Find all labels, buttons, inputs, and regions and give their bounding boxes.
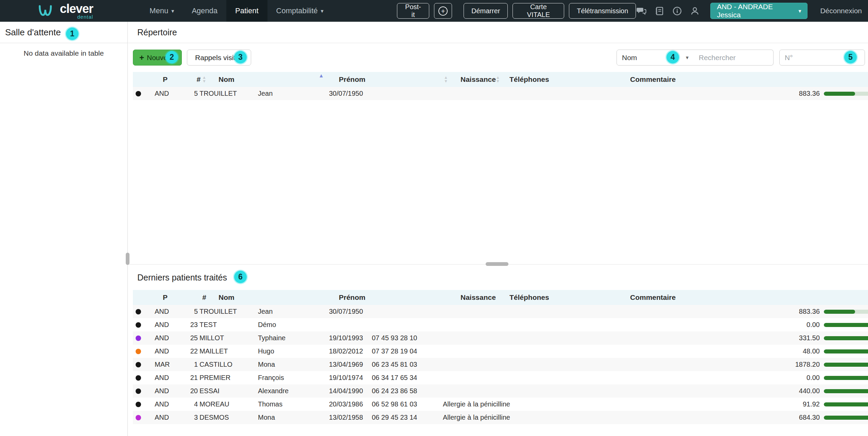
column-header-number[interactable]: # ▲▼ <box>182 72 209 87</box>
amount-cell: 883.36 <box>679 90 820 97</box>
annotation-badge-5: 5 <box>844 51 857 63</box>
column-header-p[interactable]: P <box>133 290 182 305</box>
table-row[interactable]: AND5TROUILLETJean30/07/1950883.36 <box>133 87 868 100</box>
column-header-prenom[interactable]: Prénom ▲▼ <box>327 72 452 87</box>
annotation-badge-1: 1 <box>66 28 79 40</box>
app-root: clever dental Menu ▾ Agenda Patient Comp… <box>0 0 868 436</box>
column-header-p[interactable]: P <box>133 72 182 87</box>
logout-button[interactable]: Déconnexion <box>820 7 862 15</box>
birthdate-cell: 18/02/2012 <box>327 347 370 355</box>
waiting-room-sidebar: Salle d'attente No data available in tab… <box>0 22 128 436</box>
patient-number-cell: 21 <box>182 374 198 382</box>
column-label: Commentaire <box>630 293 676 302</box>
lastname-cell: DESMOS <box>198 414 256 421</box>
patient-color-dot <box>136 322 141 328</box>
main-panel: Répertoire + Nouveau Rappels visites Nom… <box>128 22 868 436</box>
filter-select[interactable]: Nom ▾ <box>617 50 694 66</box>
table-row[interactable]: AND21PREMIERFrançois19/10/197406 34 17 6… <box>133 371 868 384</box>
derniers-table-body: AND5TROUILLETJean30/07/1950883.36AND23TE… <box>133 305 868 424</box>
balance-bar-cell <box>824 416 868 420</box>
menu-item-menu[interactable]: Menu ▾ <box>141 0 183 22</box>
patient-color-dot <box>136 349 141 354</box>
column-header-prenom[interactable]: Prénom <box>327 290 452 305</box>
postit-button[interactable]: Post-it <box>397 3 429 19</box>
amount-cell: 0.00 <box>679 321 820 329</box>
balance-bar-fill <box>824 416 868 420</box>
sidebar-resize-handle[interactable] <box>126 253 129 265</box>
column-header-telephones[interactable]: Téléphones <box>500 290 578 305</box>
carte-vitale-button[interactable]: Carte VITALE <box>513 3 564 19</box>
birthdate-cell: 13/04/1969 <box>327 361 370 368</box>
panel-resize-handle[interactable] <box>486 262 508 266</box>
balance-bar-cell <box>824 376 868 380</box>
table-row[interactable]: AND20ESSAIAlexandre14/04/199006 24 23 86… <box>133 384 868 398</box>
practitioner-cell: AND <box>150 334 182 342</box>
firstname-cell: Démo <box>256 321 327 329</box>
user-dropdown[interactable]: AND - ANDRADE Jessica ▾ <box>710 3 808 19</box>
firstname-cell: Hugo <box>256 347 327 355</box>
menu-item-patient[interactable]: Patient <box>226 0 267 22</box>
column-header-commentaire[interactable]: Commentaire <box>578 290 868 305</box>
patient-number-cell: 23 <box>182 321 198 329</box>
table-row[interactable]: AND23TESTDémo0.00 <box>133 318 868 331</box>
patient-color-cell <box>133 375 150 381</box>
column-header-naissance[interactable]: Naissance <box>452 290 500 305</box>
balance-bar-track <box>824 336 868 340</box>
sort-both-icon: ▲▼ <box>444 76 448 83</box>
table-row[interactable]: AND22MAILLETHugo18/02/201207 37 28 19 04… <box>133 345 868 358</box>
derniers-table-header: P # Nom Prénom Naissance Télép <box>133 290 868 305</box>
patient-number-cell: 4 <box>182 400 198 408</box>
lastname-cell: TEST <box>198 321 256 329</box>
column-header-nom[interactable]: Nom <box>209 290 327 305</box>
column-header-telephones[interactable]: Téléphones <box>500 72 578 87</box>
table-row[interactable]: AND3DESMOSMona13/02/195806 29 45 23 14Al… <box>133 411 868 424</box>
demarrer-button[interactable]: Démarrer <box>464 3 508 19</box>
info-icon[interactable] <box>672 6 682 16</box>
brand-logo[interactable]: clever dental <box>38 3 93 19</box>
contacts-icon[interactable] <box>655 6 664 16</box>
balance-bar-track <box>824 92 868 96</box>
balance-bar-fill <box>824 376 868 380</box>
annotation-badge-3: 3 <box>234 51 247 63</box>
patient-number-cell: 5 <box>182 308 198 315</box>
teletransmission-button[interactable]: Télétransmission <box>569 3 636 19</box>
lastname-cell: MAILLET <box>198 347 256 355</box>
derniers-table: P # Nom Prénom Naissance Télép <box>133 290 868 424</box>
patient-color-dot <box>136 309 141 314</box>
phone-cell: 07 45 93 28 10 <box>370 334 441 342</box>
annotation-badge-4: 4 <box>666 51 679 63</box>
column-header-nom[interactable]: Nom ▲ <box>209 72 327 87</box>
table-row[interactable]: AND25MILLOTTyphaine19/10/199307 45 93 28… <box>133 331 868 345</box>
amount-cell: 0.00 <box>679 374 820 382</box>
column-label: P <box>163 293 168 302</box>
patient-number-cell: 5 <box>182 90 198 97</box>
firstname-cell: Mona <box>256 361 327 368</box>
amount-cell: 440.00 <box>679 387 820 395</box>
balance-bar-fill <box>824 92 855 96</box>
column-header-number[interactable]: # <box>182 290 209 305</box>
patient-number-cell: 1 <box>182 361 198 368</box>
table-row[interactable]: AND4MOREAUThomas20/03/198606 52 98 61 03… <box>133 398 868 411</box>
brand-name: clever <box>60 3 93 15</box>
table-row[interactable]: AND5TROUILLETJean30/07/1950883.36 <box>133 305 868 318</box>
column-label: # <box>202 293 206 302</box>
add-button[interactable]: + <box>434 3 452 19</box>
user-icon[interactable] <box>690 6 700 16</box>
firstname-cell: Jean <box>256 308 327 315</box>
sidebar-empty-message: No data available in table <box>0 49 127 57</box>
column-header-commentaire[interactable]: Commentaire <box>578 72 868 87</box>
patient-color-cell <box>133 91 150 96</box>
menu-item-comptabilite[interactable]: Comptabilité ▾ <box>267 0 332 22</box>
search-input[interactable] <box>694 50 774 66</box>
balance-bar-cell <box>824 402 868 406</box>
amount-cell: 883.36 <box>679 308 820 315</box>
balance-bar-track <box>824 310 868 314</box>
patient-color-dot <box>136 415 141 420</box>
navbar-actions: Post-it + Démarrer Carte VITALE Télétran… <box>397 3 636 19</box>
column-header-naissance[interactable]: Naissance ▲▼ <box>452 72 500 87</box>
menu-item-label: Comptabilité <box>276 6 318 15</box>
menu-item-agenda[interactable]: Agenda <box>183 0 226 22</box>
messages-icon[interactable] <box>636 6 647 16</box>
phone-cell: 06 24 23 86 58 <box>370 387 441 395</box>
table-row[interactable]: MAR1CASTILLOMona13/04/196906 23 45 81 03… <box>133 358 868 371</box>
